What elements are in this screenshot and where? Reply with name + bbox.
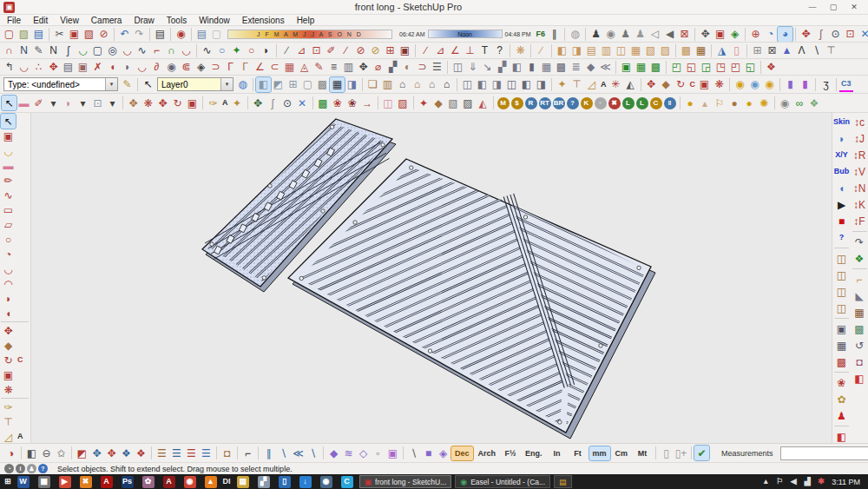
guide-bars-icon[interactable]: ∥ <box>547 27 562 42</box>
star-out-icon[interactable]: ✩ <box>54 446 69 460</box>
pink-pair-icon[interactable]: ◫ <box>381 96 396 110</box>
menu-item-draw[interactable]: Draw <box>134 16 154 25</box>
text-a-icon[interactable]: A <box>599 77 608 92</box>
gem-dark-icon[interactable]: ◈ <box>194 60 208 75</box>
sand-5-icon[interactable]: ◫ <box>614 43 628 58</box>
gamma-red-icon[interactable]: Γ <box>223 60 238 75</box>
flip-red-icon[interactable]: ◑ <box>3 446 18 460</box>
grid-box-red-icon[interactable]: ▦ <box>282 60 297 75</box>
cross-tool-icon[interactable]: ✥ <box>356 60 371 75</box>
tray-alert-icon[interactable]: ✱ <box>816 477 826 487</box>
stop-icon[interactable]: ■ <box>834 214 849 228</box>
menu-item-camera[interactable]: Camera <box>91 16 122 25</box>
bag-gray-icon[interactable]: ▧ <box>446 96 461 110</box>
target-gray-icon[interactable]: ◉ <box>164 60 179 75</box>
curve-n-icon[interactable]: N <box>16 43 31 58</box>
half-tan-icon[interactable]: ◐ <box>400 60 415 75</box>
unit-cm[interactable]: Cm <box>612 446 632 460</box>
orbit-icon[interactable]: ✥ <box>251 96 266 110</box>
cone-left-icon[interactable]: ◁ <box>648 27 662 42</box>
cancel-icon[interactable]: ⊘ <box>96 27 111 42</box>
ring-icon[interactable]: ○ <box>214 43 229 58</box>
game-gray-icon[interactable]: ▦ <box>38 476 50 488</box>
pan-icon[interactable]: ʃ <box>266 96 280 110</box>
arc-cursor-icon[interactable]: ⌐ <box>240 446 255 460</box>
freehand-icon[interactable]: ∿ <box>200 43 214 58</box>
dome-icon[interactable]: ∩ <box>164 43 179 58</box>
move-icon[interactable]: ✥ <box>126 96 141 110</box>
unit-mm[interactable]: mm <box>589 446 610 460</box>
comp-5-icon[interactable]: ❖ <box>134 446 148 460</box>
c-curve-icon[interactable]: ⊂ <box>267 60 282 75</box>
bub-shape-icon[interactable]: ◖ <box>834 181 849 195</box>
corner-6-icon[interactable]: ◱ <box>743 60 758 75</box>
badge-key-icon[interactable]: K <box>581 97 593 109</box>
scale-main-icon[interactable]: ▣ <box>1 367 16 382</box>
menu-item-help[interactable]: Help <box>297 16 315 25</box>
arc-plus-icon[interactable]: ◡ <box>16 60 31 75</box>
camera-box-icon[interactable]: ▣ <box>834 321 849 336</box>
start-icon[interactable]: ⊞ <box>3 474 13 489</box>
corner-3-icon[interactable]: ◲ <box>699 60 713 75</box>
flower-red-icon[interactable]: ❀ <box>331 96 345 110</box>
dd-3-icon[interactable]: ▾ <box>105 96 120 110</box>
unit-mt[interactable]: Mt <box>633 446 652 460</box>
sand-1-icon[interactable]: ◧ <box>555 43 569 58</box>
green-box-2-icon[interactable]: ▦ <box>634 60 648 75</box>
spline-s-icon[interactable]: ʃ <box>61 43 76 58</box>
div-3-icon[interactable]: ≪ <box>291 446 306 460</box>
note-arrow-icon[interactable]: ◮ <box>714 43 729 58</box>
model-view[interactable] <box>31 113 832 443</box>
slash-red-icon[interactable]: ∕ <box>339 43 353 58</box>
look-around-icon[interactable]: ◕ <box>778 27 792 42</box>
face-textured-icon[interactable]: ▦ <box>330 77 345 92</box>
badge-coin2-icon[interactable]: C <box>650 97 662 109</box>
triple-gray-icon[interactable]: ≣ <box>569 60 583 75</box>
axes-star-icon[interactable]: ✳ <box>608 77 623 92</box>
paint-2-icon[interactable]: ✦ <box>230 96 245 110</box>
viewport[interactable] <box>31 113 832 443</box>
banana-icon[interactable]: ◡ <box>1 143 16 158</box>
shadow-time-icon[interactable]: ▢ <box>209 27 224 42</box>
rect-rot-icon[interactable]: ▱ <box>1 217 16 232</box>
measurements-input[interactable] <box>780 446 868 460</box>
circle-main-icon[interactable]: ○ <box>1 232 16 247</box>
stack-3-icon[interactable]: ☰ <box>184 446 199 460</box>
arc-red-icon[interactable]: ◡ <box>120 43 135 58</box>
tape-main-icon[interactable]: ✑ <box>1 400 16 414</box>
sort-j-icon[interactable]: ↕J <box>852 131 867 146</box>
sand-9-icon[interactable]: ▩ <box>679 43 694 58</box>
pair-2-icon[interactable]: ◧ <box>475 77 490 92</box>
perp-icon[interactable]: ⊥ <box>463 43 477 58</box>
save-file-icon[interactable]: ▤ <box>31 27 46 42</box>
cut-icon[interactable]: ✂ <box>52 27 67 42</box>
move-2-icon[interactable]: ✥ <box>155 96 170 110</box>
badge-ball-icon[interactable]: ◦ <box>595 97 607 109</box>
badge-x-icon[interactable]: ✖ <box>608 97 621 109</box>
pillar-2-icon[interactable]: ◧ <box>510 60 524 75</box>
bar-gray-icon[interactable]: ▮ <box>524 60 539 75</box>
apply-check-icon[interactable]: ✔ <box>694 446 709 460</box>
offset-red-icon[interactable]: ❋ <box>712 77 727 92</box>
gamma-tan-icon[interactable]: Γ <box>238 60 253 75</box>
stack-red-icon[interactable]: ❖ <box>764 60 779 75</box>
corner-arrow-icon[interactable]: ↰ <box>2 60 16 75</box>
equal-dark-icon[interactable]: ≡ <box>326 60 341 75</box>
text-main-icon[interactable]: A <box>16 429 25 444</box>
purple-fill-icon[interactable]: ■ <box>421 446 436 460</box>
rotate-red-icon[interactable]: ↻ <box>674 77 688 92</box>
badge-pause-icon[interactable]: ‖ <box>664 97 676 109</box>
grid-gray-icon[interactable]: ▦ <box>539 60 554 75</box>
rect-tool-icon[interactable]: ⊡ <box>90 96 105 110</box>
copy-1-icon[interactable]: ◫ <box>834 251 849 266</box>
skin-shape-icon[interactable]: ◗ <box>834 131 849 146</box>
undo-icon[interactable]: ↶ <box>117 27 132 42</box>
sand-4-icon[interactable]: ▥ <box>599 43 614 58</box>
wrench-star-icon[interactable]: ✦ <box>229 43 244 58</box>
pair-5-icon[interactable]: ◧ <box>519 77 534 92</box>
layers-box-icon[interactable]: ▤ <box>61 60 76 75</box>
steam-icon[interactable]: ◉ <box>320 476 332 488</box>
moss-brick-icon[interactable]: ▩ <box>852 321 867 336</box>
pencil-n-icon[interactable]: ✎ <box>31 43 46 58</box>
rows-box-icon[interactable]: ▥ <box>341 60 356 75</box>
